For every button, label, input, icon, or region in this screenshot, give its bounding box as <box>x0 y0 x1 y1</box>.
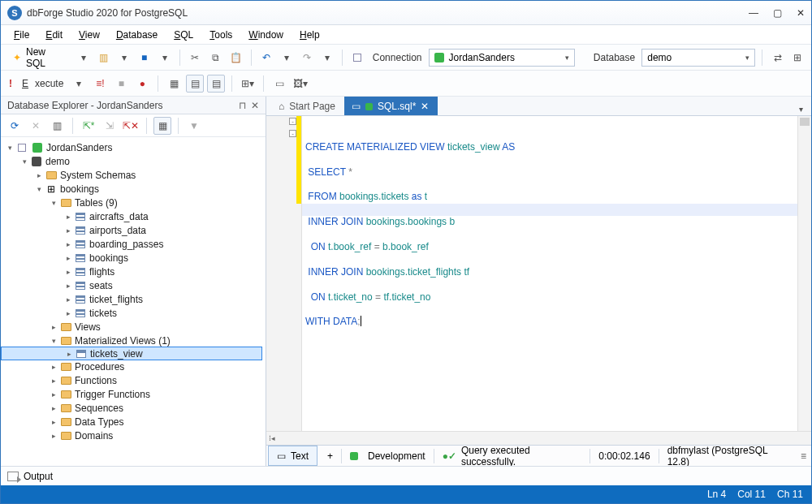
tree-functions-folder[interactable]: ▸Functions <box>1 373 266 387</box>
tree-datatypes-folder[interactable]: ▸Data Types <box>1 415 266 429</box>
close-button[interactable]: ✕ <box>797 7 805 19</box>
tree-table[interactable]: ▸ticket_flights <box>1 292 266 306</box>
add-view-button[interactable]: + <box>319 446 341 466</box>
maximize-button[interactable]: ▢ <box>773 7 782 19</box>
tree-table[interactable]: ▸seats <box>1 278 266 292</box>
editor-status-bar: ▭Text + Development ●✓Query executed suc… <box>266 445 811 466</box>
refresh-button[interactable]: ⟳ <box>6 117 24 135</box>
status-bar: Ln 4 Col 11 Ch 11 <box>1 485 811 503</box>
tree-tables-folder[interactable]: ▾Tables (9) <box>1 196 266 209</box>
menu-view[interactable]: View <box>72 27 106 43</box>
new-connection-button[interactable]: ▥ <box>48 117 66 135</box>
success-icon: ●✓ <box>443 450 456 462</box>
delete-connection-button[interactable]: ✕ <box>27 117 45 135</box>
pin-icon[interactable]: ⊓ <box>239 100 246 111</box>
tree-sequences-folder[interactable]: ▸Sequences <box>1 401 266 415</box>
text-view-tab[interactable]: ▭Text <box>268 446 317 466</box>
status-col: Col 11 <box>737 489 766 500</box>
toolbar-extra-2[interactable]: ⊞ <box>789 49 806 67</box>
execute-indicator-icon: ! <box>6 78 15 89</box>
outline-button[interactable]: ▤ <box>186 75 204 93</box>
image-button[interactable]: 🖾▾ <box>292 75 309 93</box>
disconnect-button[interactable]: ⇱✕ <box>122 117 140 135</box>
tab-close-icon[interactable]: ✕ <box>421 101 429 112</box>
save-dropdown[interactable]: ▾ <box>156 49 173 67</box>
tree-database[interactable]: ▾demo <box>1 154 266 168</box>
cut-button[interactable]: ✂ <box>187 49 204 67</box>
output-icon <box>7 472 19 481</box>
execute-current-button[interactable]: ≡! <box>91 75 109 93</box>
tree-table[interactable]: ▸tickets <box>1 306 266 320</box>
copy-button[interactable]: ⧉ <box>207 49 224 67</box>
wrap-button[interactable]: ▤ <box>207 75 225 93</box>
tree-table[interactable]: ▸boarding_passes <box>1 237 266 251</box>
status-menu-button[interactable]: ≡ <box>796 450 811 462</box>
minimize-button[interactable]: — <box>749 7 758 19</box>
connection-icon[interactable] <box>349 49 366 67</box>
panel-close-icon[interactable]: ✕ <box>251 100 259 111</box>
menu-tools[interactable]: Tools <box>203 27 239 43</box>
execute-button[interactable]: Execute <box>19 78 67 89</box>
horizontal-scrollbar[interactable]: ⁞◂ <box>266 431 811 445</box>
debug-button[interactable]: ● <box>133 75 151 93</box>
code-area[interactable]: CREATE MATERIALIZED VIEW tickets_view AS… <box>302 116 797 431</box>
tree-procedures-folder[interactable]: ▸Procedures <box>1 360 266 373</box>
stop-button[interactable]: ■ <box>112 75 130 93</box>
fold-icon[interactable]: - <box>289 118 296 125</box>
redo-dropdown[interactable]: ▾ <box>318 49 335 67</box>
explorer-tree[interactable]: ▾JordanSanders ▾demo ▸System Schemas ▾⊞b… <box>1 137 266 466</box>
tree-table[interactable]: ▸aircrafts_data <box>1 209 266 223</box>
redo-button[interactable]: ↷ <box>298 49 315 67</box>
new-sql-dropdown[interactable]: ▾ <box>76 49 93 67</box>
splitter-handle[interactable]: ⁞◂ <box>266 432 278 445</box>
connection-dropdown[interactable]: JordanSanders▾ <box>429 49 575 67</box>
save-button[interactable]: ■ <box>136 49 153 67</box>
tree-table[interactable]: ▸bookings <box>1 251 266 265</box>
editor-gutter[interactable]: - - <box>266 116 302 431</box>
menu-sql[interactable]: SQL <box>167 27 200 43</box>
environment-cell: Development <box>342 450 434 462</box>
vertical-scrollbar[interactable] <box>797 116 811 431</box>
tree-matview-item[interactable]: ▸tickets_view <box>1 347 262 360</box>
filter-button[interactable]: ▼ <box>185 117 203 135</box>
sql-file-icon: ▭ <box>352 101 361 112</box>
status-line: Ln 4 <box>707 489 726 500</box>
tree-trigger-functions-folder[interactable]: ▸Trigger Functions <box>1 387 266 401</box>
collapse-button[interactable]: ⇲ <box>101 117 119 135</box>
results-button[interactable]: ▭ <box>270 75 288 93</box>
open-dropdown[interactable]: ▾ <box>115 49 132 67</box>
paste-button[interactable]: 📋 <box>227 49 244 67</box>
tree-views-folder[interactable]: ▸Views <box>1 320 266 334</box>
tree-table[interactable]: ▸flights <box>1 265 266 278</box>
toolbar-extra-1[interactable]: ⇄ <box>769 49 786 67</box>
tree-domains-folder[interactable]: ▸Domains <box>1 429 266 442</box>
tab-sql-file[interactable]: ▭SQL.sql*✕ <box>344 97 438 115</box>
tree-system-schemas[interactable]: ▸System Schemas <box>1 168 266 182</box>
format-button[interactable]: ⊞▾ <box>239 75 257 93</box>
undo-button[interactable]: ↶ <box>257 49 274 67</box>
database-dropdown[interactable]: demo▾ <box>641 49 755 67</box>
app-title: dbForge Studio 2020 for PostgreSQL <box>27 7 749 19</box>
fold-icon[interactable]: - <box>289 130 296 137</box>
output-panel-tab[interactable]: Output <box>1 466 811 485</box>
tree-schema[interactable]: ▾⊞bookings <box>1 182 266 196</box>
tab-start-page[interactable]: ⌂Start Page <box>271 97 344 115</box>
execute-dropdown[interactable]: ▾ <box>70 75 88 93</box>
menu-database[interactable]: Database <box>110 27 164 43</box>
tabs-menu-button[interactable]: ▾ <box>796 103 806 115</box>
new-sql-button[interactable]: ✦New SQL <box>6 43 72 72</box>
menu-file[interactable]: File <box>7 27 36 43</box>
query-builder-button[interactable]: ▦ <box>165 75 183 93</box>
undo-dropdown[interactable]: ▾ <box>278 49 295 67</box>
menu-window[interactable]: Window <box>242 27 290 43</box>
show-all-button[interactable]: ▦ <box>153 117 171 135</box>
new-folder-button[interactable]: ⇱* <box>80 117 97 135</box>
tree-table[interactable]: ▸airports_data <box>1 223 266 237</box>
menu-help[interactable]: Help <box>293 27 326 43</box>
sql-editor[interactable]: - - CREATE MATERIALIZED VIEW tickets_vie… <box>266 116 811 431</box>
menu-edit[interactable]: Edit <box>39 27 69 43</box>
open-button[interactable]: ▥ <box>95 49 112 67</box>
server-cell: dbfmylast (PostgreSQL 12.8) <box>659 445 796 467</box>
tree-connection[interactable]: ▾JordanSanders <box>1 140 266 154</box>
tree-matviews-folder[interactable]: ▾Materialized Views (1) <box>1 334 266 347</box>
